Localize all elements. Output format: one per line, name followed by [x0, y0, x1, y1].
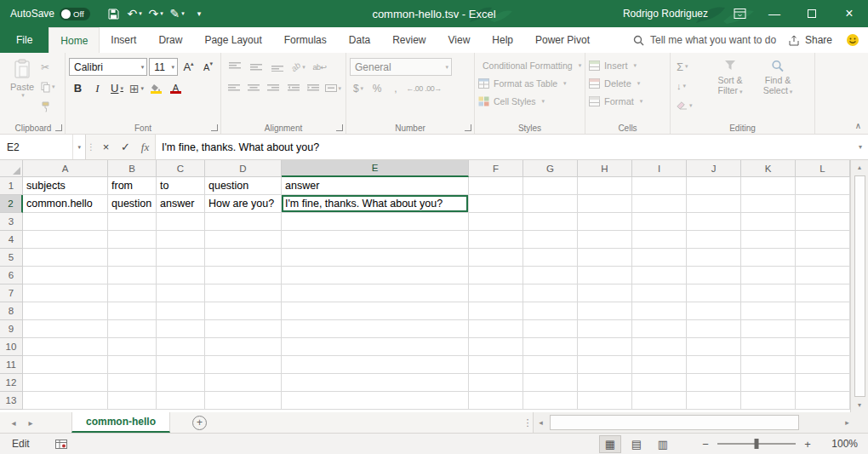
tab-power-pivot[interactable]: Power Pivot — [524, 27, 601, 53]
touch-mouse-mode-button[interactable]: ✎▾ — [168, 3, 186, 24]
cell-F5[interactable] — [469, 249, 523, 267]
conditional-formatting-button[interactable]: Conditional Formatting▾ — [478, 56, 581, 74]
cell-C6[interactable] — [157, 267, 205, 284]
tab-data[interactable]: Data — [338, 27, 381, 53]
feedback-button[interactable] — [846, 27, 859, 53]
cell-C12[interactable] — [157, 374, 205, 392]
cell-K9[interactable] — [741, 320, 796, 338]
cell-H10[interactable] — [578, 338, 632, 356]
row-header-2[interactable]: 2 — [0, 195, 23, 213]
cell-D9[interactable] — [205, 320, 282, 338]
zoom-percentage[interactable]: 100% — [817, 438, 858, 450]
cell-F7[interactable] — [469, 284, 523, 302]
cell-J9[interactable] — [687, 320, 741, 338]
cell-H8[interactable] — [578, 302, 632, 320]
cell-G1[interactable] — [523, 177, 578, 195]
cell-A6[interactable] — [23, 267, 108, 284]
clear-button[interactable]: ▾ — [674, 97, 706, 114]
select-all-corner[interactable] — [0, 160, 23, 177]
column-header-H[interactable]: H — [578, 160, 632, 177]
number-format-combo[interactable]: General▾ — [350, 58, 452, 76]
cell-F13[interactable] — [469, 392, 523, 410]
undo-button[interactable]: ↶▾ — [125, 3, 144, 24]
ribbon-display-options-button[interactable] — [723, 0, 756, 27]
maximize-button[interactable] — [793, 0, 831, 27]
column-header-B[interactable]: B — [108, 160, 157, 177]
cell-I5[interactable] — [632, 249, 687, 267]
row-header-9[interactable]: 9 — [0, 320, 23, 338]
cell-E7[interactable] — [282, 284, 469, 302]
row-header-7[interactable]: 7 — [0, 284, 23, 302]
cell-K11[interactable] — [741, 356, 796, 374]
row-header-11[interactable]: 11 — [0, 356, 23, 374]
cell-H12[interactable] — [578, 374, 632, 392]
cell-E2[interactable]: I'm fine, thanks. What about you? — [282, 195, 469, 213]
cell-H11[interactable] — [578, 356, 632, 374]
cell-I8[interactable] — [632, 302, 687, 320]
cell-K4[interactable] — [741, 231, 796, 249]
cell-B11[interactable] — [108, 356, 157, 374]
row-header-6[interactable]: 6 — [0, 267, 23, 284]
cell-J7[interactable] — [687, 284, 741, 302]
cell-K7[interactable] — [741, 284, 796, 302]
share-button[interactable]: Share — [788, 27, 832, 53]
cell-K10[interactable] — [741, 338, 796, 356]
redo-button[interactable]: ↷▾ — [146, 3, 165, 24]
cell-E1[interactable]: answer — [282, 177, 469, 195]
autosum-button[interactable]: Σ▾ — [674, 58, 706, 75]
cell-E13[interactable] — [282, 392, 469, 410]
cell-I13[interactable] — [632, 392, 687, 410]
autosave-toggle[interactable]: Off — [60, 8, 90, 20]
cell-I2[interactable] — [632, 195, 687, 213]
cell-I12[interactable] — [632, 374, 687, 392]
cell-B9[interactable] — [108, 320, 157, 338]
cell-F10[interactable] — [469, 338, 523, 356]
cell-G10[interactable] — [523, 338, 578, 356]
borders-button[interactable]: ⊞▾ — [128, 79, 146, 97]
tab-insert[interactable]: Insert — [100, 27, 147, 53]
cell-J4[interactable] — [687, 231, 741, 249]
cell-I11[interactable] — [632, 356, 687, 374]
cell-L9[interactable] — [796, 320, 850, 338]
decrease-font-size-button[interactable]: A▾ — [199, 58, 217, 76]
horizontal-scroll-track[interactable] — [548, 412, 840, 433]
name-box-dropdown-icon[interactable]: ▾ — [72, 135, 85, 159]
increase-indent-button[interactable] — [304, 80, 322, 97]
bold-button[interactable]: B — [69, 79, 87, 97]
cell-A2[interactable]: common.hello — [23, 195, 108, 213]
column-header-E[interactable]: E — [282, 160, 469, 177]
orientation-button[interactable]: ab▾ — [288, 59, 308, 76]
cell-I1[interactable] — [632, 177, 687, 195]
tab-draw[interactable]: Draw — [147, 27, 193, 53]
cell-E8[interactable] — [282, 302, 469, 320]
find-select-button[interactable]: Find & Select▾ — [754, 56, 802, 114]
cell-H13[interactable] — [578, 392, 632, 410]
row-header-1[interactable]: 1 — [0, 177, 23, 195]
cell-D12[interactable] — [205, 374, 282, 392]
cell-B2[interactable]: question — [108, 195, 157, 213]
cell-C5[interactable] — [157, 249, 205, 267]
insert-cells-button[interactable]: Insert▾ — [589, 56, 666, 74]
cell-L10[interactable] — [796, 338, 850, 356]
alignment-dialog-launcher[interactable] — [336, 124, 343, 131]
cell-F6[interactable] — [469, 267, 523, 284]
cell-D1[interactable]: question — [205, 177, 282, 195]
tab-file[interactable]: File — [0, 27, 49, 53]
row-header-12[interactable]: 12 — [0, 374, 23, 392]
horizontal-scroll-thumb[interactable] — [550, 415, 799, 430]
comma-style-button[interactable]: , — [387, 80, 404, 97]
cell-J11[interactable] — [687, 356, 741, 374]
tab-view[interactable]: View — [437, 27, 482, 53]
cell-L1[interactable] — [796, 177, 850, 195]
cell-C11[interactable] — [157, 356, 205, 374]
tab-page-layout[interactable]: Page Layout — [193, 27, 272, 53]
clipboard-dialog-launcher[interactable] — [55, 124, 62, 131]
cell-B1[interactable]: from — [108, 177, 157, 195]
cell-L8[interactable] — [796, 302, 850, 320]
tab-home[interactable]: Home — [49, 27, 100, 53]
cell-L3[interactable] — [796, 213, 850, 231]
cell-F9[interactable] — [469, 320, 523, 338]
align-middle-button[interactable] — [246, 59, 266, 76]
cell-A9[interactable] — [23, 320, 108, 338]
cell-D11[interactable] — [205, 356, 282, 374]
